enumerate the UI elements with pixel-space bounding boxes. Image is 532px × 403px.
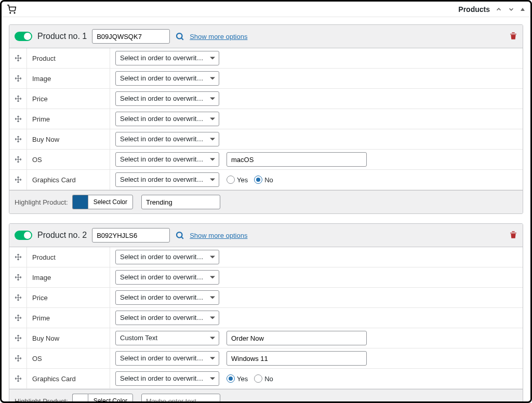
drag-handle-icon[interactable] [9, 89, 27, 109]
drag-handle-icon[interactable] [9, 129, 27, 149]
row-label: Price [27, 89, 110, 109]
drag-handle-icon[interactable] [9, 69, 27, 88]
row-label: OS [27, 348, 110, 368]
show-more-link[interactable]: Show more options [190, 33, 247, 41]
delete-icon[interactable] [509, 231, 517, 240]
drag-handle-icon[interactable] [9, 369, 27, 388]
highlight-label: Highlight Product: [15, 198, 68, 206]
highlight-label: Highlight Product: [15, 397, 68, 404]
buy-now-select[interactable]: Custom Text [115, 331, 219, 345]
drag-handle-icon[interactable] [9, 247, 27, 267]
highlight-text-input[interactable] [141, 394, 220, 403]
chevron-up-icon[interactable] [495, 6, 502, 13]
drag-handle-icon[interactable] [9, 288, 27, 307]
price-select[interactable]: Select in order to overwrite… [115, 91, 219, 106]
graphics-select[interactable]: Select in order to overwrite… [115, 172, 219, 187]
asin-input[interactable] [92, 29, 170, 44]
product-block-1: Product no. 1 Show more options Product … [9, 24, 523, 214]
show-more-link[interactable]: Show more options [190, 232, 247, 239]
row-label: Graphics Card [27, 369, 110, 388]
highlight-text-input[interactable] [141, 195, 220, 209]
drag-handle-icon[interactable] [9, 267, 27, 287]
graphics-select[interactable]: Select in order to overwrite… [115, 371, 219, 386]
graphics-yes-radio[interactable]: Yes [227, 374, 248, 383]
svg-point-5 [177, 232, 182, 238]
drag-handle-icon[interactable] [9, 328, 27, 348]
row-label: Product [27, 247, 110, 267]
asin-input[interactable] [92, 228, 170, 243]
os-select[interactable]: Select in order to overwrite… [115, 152, 219, 167]
svg-line-4 [182, 38, 183, 39]
search-icon[interactable] [175, 231, 184, 240]
graphics-no-radio[interactable]: No [254, 374, 273, 383]
buy-now-select[interactable]: Select in order to overwrite… [115, 132, 219, 146]
chevron-down-icon[interactable] [508, 6, 515, 13]
product-select[interactable]: Select in order to overwrite… [115, 250, 219, 264]
image-select[interactable]: Select in order to overwrite… [115, 71, 219, 86]
prime-select[interactable]: Select in order to overwrite… [115, 112, 219, 126]
drag-handle-icon[interactable] [9, 348, 27, 368]
search-icon[interactable] [175, 32, 184, 41]
delete-icon[interactable] [509, 32, 517, 42]
drag-handle-icon[interactable] [9, 308, 27, 328]
svg-line-6 [182, 237, 183, 238]
buy-now-input[interactable] [227, 331, 367, 345]
select-color-button[interactable]: Select Color [88, 195, 133, 209]
row-label: Buy Now [27, 328, 110, 348]
page-title: Products [458, 5, 490, 14]
svg-marker-2 [521, 8, 525, 11]
price-select[interactable]: Select in order to overwrite… [115, 290, 219, 305]
row-label: Price [27, 288, 110, 307]
row-label: Prime [27, 308, 110, 328]
os-input[interactable] [227, 152, 367, 167]
product-title: Product no. 1 [37, 32, 87, 41]
drag-handle-icon[interactable] [9, 48, 27, 68]
svg-point-3 [177, 33, 182, 39]
row-label: OS [27, 150, 110, 169]
drag-handle-icon[interactable] [9, 109, 27, 129]
enable-toggle[interactable] [15, 231, 32, 240]
row-label: Image [27, 267, 110, 287]
cart-icon[interactable] [7, 5, 16, 14]
row-label: Product [27, 48, 110, 68]
enable-toggle[interactable] [15, 32, 32, 41]
product-block-2: Product no. 2 Show more options Product … [9, 223, 523, 403]
row-label: Prime [27, 109, 110, 129]
os-select[interactable]: Select in order to overwrite… [115, 351, 219, 366]
drag-handle-icon[interactable] [9, 150, 27, 169]
color-swatch[interactable] [72, 195, 88, 209]
graphics-no-radio[interactable]: No [254, 176, 273, 184]
svg-point-0 [10, 12, 11, 14]
topbar: Products [2, 2, 530, 17]
svg-point-1 [14, 12, 15, 14]
color-swatch[interactable] [72, 394, 88, 403]
row-label: Buy Now [27, 129, 110, 149]
prime-select[interactable]: Select in order to overwrite… [115, 311, 219, 325]
row-label: Image [27, 69, 110, 88]
graphics-yes-radio[interactable]: Yes [227, 176, 248, 184]
row-label: Graphics Card [27, 170, 110, 190]
caret-up-icon[interactable] [520, 7, 525, 12]
drag-handle-icon[interactable] [9, 170, 27, 190]
product-title: Product no. 2 [37, 231, 87, 240]
select-color-button[interactable]: Select Color [88, 394, 133, 403]
image-select[interactable]: Select in order to overwrite… [115, 270, 219, 285]
product-select[interactable]: Select in order to overwrite… [115, 51, 219, 65]
os-input[interactable] [227, 351, 367, 366]
